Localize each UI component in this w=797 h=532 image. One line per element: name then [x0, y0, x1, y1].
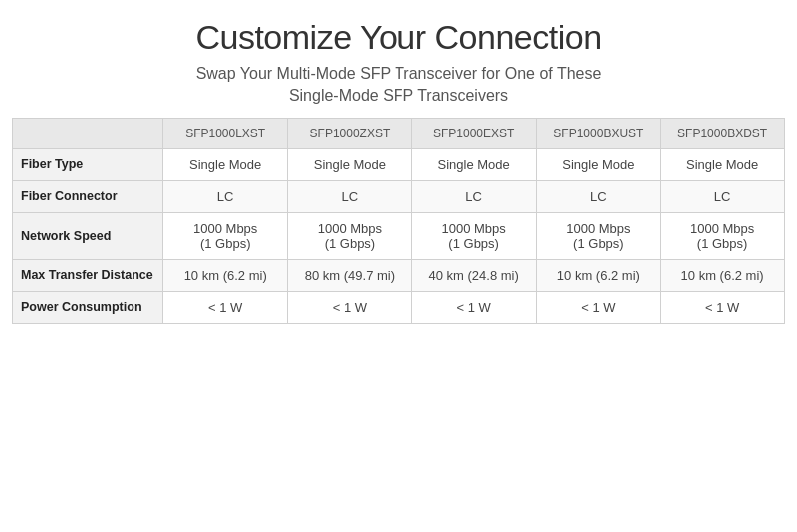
cell-r2-c0: 1000 Mbps(1 Gbps)	[163, 212, 288, 259]
header-col-2: SFP1000ZXST	[288, 118, 412, 148]
cell-r3-c1: 80 km (49.7 mi)	[288, 259, 412, 291]
row-label-2: Network Speed	[13, 212, 163, 259]
header-empty-cell	[13, 118, 163, 148]
cell-r0-c3: Single Mode	[536, 148, 661, 180]
table-row: Network Speed1000 Mbps(1 Gbps)1000 Mbps(…	[13, 212, 785, 259]
cell-r2-c3: 1000 Mbps(1 Gbps)	[536, 212, 661, 259]
cell-r1-c3: LC	[536, 180, 661, 212]
header-section: Customize Your Connection Swap Your Mult…	[175, 0, 621, 118]
table-row: Fiber TypeSingle ModeSingle ModeSingle M…	[13, 148, 785, 180]
row-label-4: Power Consumption	[13, 291, 163, 323]
main-title: Customize Your Connection	[195, 18, 601, 57]
table-row: Max Transfer Distance10 km (6.2 mi)80 km…	[13, 259, 785, 291]
row-label-0: Fiber Type	[13, 148, 163, 180]
cell-r0-c0: Single Mode	[163, 148, 288, 180]
cell-r3-c2: 40 km (24.8 mi)	[411, 259, 536, 291]
cell-r4-c1: < 1 W	[288, 291, 412, 323]
header-col-3: SFP1000EXST	[411, 118, 536, 148]
cell-r1-c2: LC	[411, 180, 536, 212]
cell-r0-c2: Single Mode	[411, 148, 536, 180]
row-label-1: Fiber Connector	[13, 180, 163, 212]
cell-r4-c4: < 1 W	[661, 291, 785, 323]
cell-r1-c0: LC	[163, 180, 288, 212]
cell-r4-c3: < 1 W	[536, 291, 661, 323]
cell-r4-c2: < 1 W	[411, 291, 536, 323]
cell-r0-c1: Single Mode	[288, 148, 412, 180]
cell-r0-c4: Single Mode	[661, 148, 785, 180]
header-col-5: SFP1000BXDST	[661, 118, 785, 148]
cell-r3-c3: 10 km (6.2 mi)	[536, 259, 661, 291]
page-container: Customize Your Connection Swap Your Mult…	[0, 0, 797, 532]
cell-r3-c0: 10 km (6.2 mi)	[163, 259, 288, 291]
table-row: Fiber ConnectorLCLCLCLCLC	[13, 180, 785, 212]
cell-r2-c4: 1000 Mbps(1 Gbps)	[661, 212, 785, 259]
header-col-1: SFP1000LXST	[163, 118, 288, 148]
table-header-row: SFP1000LXST SFP1000ZXST SFP1000EXST SFP1…	[13, 118, 785, 148]
row-label-3: Max Transfer Distance	[13, 259, 163, 291]
cell-r1-c1: LC	[288, 180, 412, 212]
cell-r2-c1: 1000 Mbps(1 Gbps)	[288, 212, 412, 259]
cell-r2-c2: 1000 Mbps(1 Gbps)	[411, 212, 536, 259]
subtitle-line2: Single-Mode SFP Transceivers	[289, 87, 508, 104]
table-section: SFP1000LXST SFP1000ZXST SFP1000EXST SFP1…	[0, 118, 797, 532]
table-row: Power Consumption< 1 W< 1 W< 1 W< 1 W< 1…	[13, 291, 785, 323]
comparison-table: SFP1000LXST SFP1000ZXST SFP1000EXST SFP1…	[12, 118, 785, 324]
subtitle: Swap Your Multi-Mode SFP Transceiver for…	[195, 63, 601, 108]
header-col-4: SFP1000BXUST	[536, 118, 661, 148]
cell-r1-c4: LC	[661, 180, 785, 212]
cell-r3-c4: 10 km (6.2 mi)	[661, 259, 785, 291]
cell-r4-c0: < 1 W	[163, 291, 288, 323]
table-body: Fiber TypeSingle ModeSingle ModeSingle M…	[13, 148, 785, 323]
subtitle-line1: Swap Your Multi-Mode SFP Transceiver for…	[196, 65, 602, 82]
